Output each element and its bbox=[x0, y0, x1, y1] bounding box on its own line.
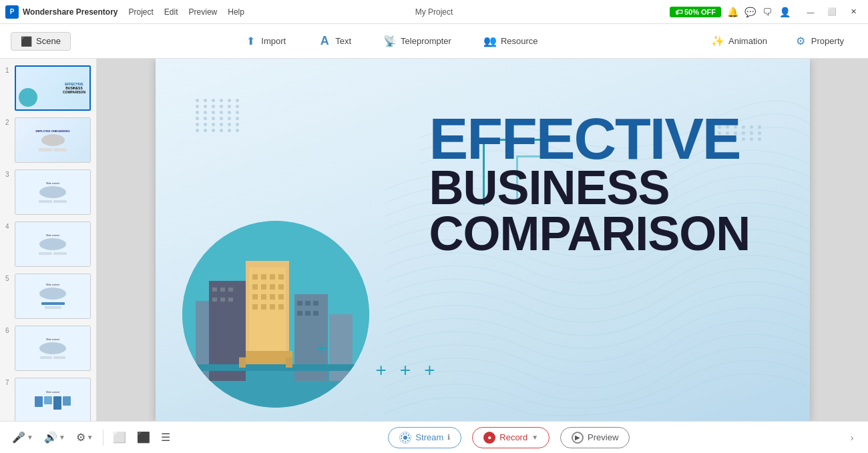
slide-thumb-4[interactable]: Slide content bbox=[15, 221, 91, 267]
canvas-area[interactable]: + + + + EFFECTIVE BUSINESS COMPARISON bbox=[97, 59, 868, 421]
slide-item[interactable]: 7 Slide content bbox=[4, 376, 92, 421]
top-bar-left: P Wondershare Presentory Project Edit Pr… bbox=[5, 5, 244, 19]
slide-thumb-2[interactable]: EMPLOYEE ONBOARDING bbox=[15, 117, 91, 163]
scene-button[interactable]: ⬛ Scene bbox=[11, 32, 71, 51]
city-illustration bbox=[182, 221, 369, 408]
bottom-left-tools: 🎤 ▼ 🔊 ▼ ⚙ ▼ ⬜ ⬛ ☰ bbox=[8, 428, 174, 446]
svg-rect-8 bbox=[270, 274, 275, 280]
teleprompter-tool[interactable]: 📡 Teleprompter bbox=[367, 31, 467, 52]
settings-tool[interactable]: ⚙ ▼ bbox=[72, 428, 97, 446]
scene-label: Scene bbox=[36, 36, 61, 46]
speaker-tool[interactable]: 🔊 ▼ bbox=[40, 428, 69, 446]
svg-rect-24 bbox=[212, 288, 217, 292]
svg-rect-16 bbox=[270, 294, 275, 300]
bottom-right-nav: › bbox=[844, 430, 860, 446]
record-dropdown-arrow[interactable]: ▼ bbox=[531, 434, 538, 441]
app-name: Wondershare Presentory bbox=[23, 7, 118, 17]
import-label: Import bbox=[261, 36, 286, 46]
menu-preview[interactable]: Preview bbox=[189, 7, 218, 17]
project-title: My Project bbox=[415, 7, 453, 17]
slide-comparison-text: COMPARISON bbox=[429, 211, 777, 256]
slide-canvas[interactable]: + + + + EFFECTIVE BUSINESS COMPARISON bbox=[156, 59, 810, 421]
plus-sign-1: + bbox=[376, 360, 387, 381]
slide-number-5: 5 bbox=[5, 274, 12, 282]
stream-button[interactable]: Stream ℹ bbox=[388, 427, 461, 448]
logo-letter: P bbox=[10, 8, 15, 15]
import-tool[interactable]: ⬆ Import bbox=[228, 31, 302, 52]
teleprompter-icon: 📡 bbox=[383, 35, 397, 48]
slide-thumb-1[interactable]: EFFECTIVE BUSINESS COMPARISON bbox=[15, 65, 91, 111]
property-tool[interactable]: ⚙ Property bbox=[781, 31, 857, 52]
bottom-separator-1 bbox=[103, 430, 103, 446]
slide-panel[interactable]: 1 EFFECTIVE BUSINESS COMPARISON 2 bbox=[0, 59, 97, 421]
svg-rect-38 bbox=[182, 364, 369, 371]
svg-rect-19 bbox=[261, 304, 266, 310]
notification-icon[interactable]: 🔔 bbox=[726, 6, 738, 18]
text-tool[interactable]: A Text bbox=[302, 31, 367, 52]
settings-icon: ⚙ bbox=[76, 431, 85, 444]
plus-sign-3: + bbox=[424, 360, 435, 381]
menu-project[interactable]: Project bbox=[129, 7, 154, 17]
slide-thumb-3[interactable]: Slide content bbox=[15, 169, 91, 215]
slide-thumb-5[interactable]: Slide content bbox=[15, 274, 91, 319]
slide-item[interactable]: 6 Slide content bbox=[4, 324, 92, 372]
settings-arrow: ▼ bbox=[87, 434, 93, 441]
slide-thumb-inner-1: EFFECTIVE BUSINESS COMPARISON bbox=[16, 67, 89, 109]
svg-rect-29 bbox=[228, 298, 233, 302]
close-button[interactable]: ✕ bbox=[844, 5, 863, 19]
text-icon: A bbox=[318, 35, 331, 48]
menu-help[interactable]: Help bbox=[228, 7, 244, 17]
layout-tool-3[interactable]: ☰ bbox=[157, 428, 174, 446]
message-icon[interactable]: 💬 bbox=[744, 6, 756, 18]
mic-tool[interactable]: 🎤 ▼ bbox=[8, 428, 37, 446]
menu-edit[interactable]: Edit bbox=[164, 7, 178, 17]
slide-number-7: 7 bbox=[5, 378, 12, 386]
layout-icon-3: ☰ bbox=[161, 431, 170, 444]
record-icon: ● bbox=[483, 432, 495, 444]
svg-rect-15 bbox=[261, 294, 266, 300]
resource-tool[interactable]: 👥 Resource bbox=[467, 31, 554, 52]
animation-tool[interactable]: ✨ Animation bbox=[698, 31, 781, 52]
record-button[interactable]: ● Record ▼ bbox=[472, 427, 550, 448]
svg-rect-36 bbox=[313, 311, 318, 316]
maximize-button[interactable]: ⬜ bbox=[823, 5, 841, 19]
nav-right-arrow[interactable]: › bbox=[844, 430, 860, 446]
svg-rect-35 bbox=[305, 311, 310, 316]
resource-label: Resource bbox=[501, 36, 538, 46]
slide-item[interactable]: 3 Slide content bbox=[4, 168, 92, 216]
mic-arrow: ▼ bbox=[27, 434, 33, 441]
layout-icon-1: ⬜ bbox=[113, 431, 126, 444]
svg-rect-25 bbox=[220, 288, 225, 292]
slide-item[interactable]: 5 Slide content bbox=[4, 272, 92, 320]
preview-button[interactable]: ▶ Preview bbox=[560, 427, 630, 448]
resource-icon: 👥 bbox=[483, 35, 497, 48]
svg-rect-10 bbox=[252, 284, 258, 290]
text-label: Text bbox=[335, 36, 351, 46]
top-menu-bar: P Wondershare Presentory Project Edit Pr… bbox=[0, 0, 868, 24]
slide-thumb-7[interactable]: Slide content bbox=[15, 378, 91, 421]
slide-item[interactable]: 2 EMPLOYEE ONBOARDING bbox=[4, 116, 92, 164]
svg-rect-13 bbox=[278, 284, 284, 290]
svg-rect-7 bbox=[261, 274, 266, 280]
toolbar-tools: ⬆ Import A Text 📡 Teleprompter 👥 Resourc… bbox=[84, 31, 698, 52]
svg-rect-21 bbox=[278, 304, 284, 310]
svg-rect-12 bbox=[270, 284, 275, 290]
account-icon[interactable]: 👤 bbox=[779, 6, 791, 18]
plus-sign-2: + bbox=[400, 360, 411, 381]
svg-rect-33 bbox=[313, 301, 318, 306]
slide-thumb-inner-5: Slide content bbox=[15, 274, 90, 318]
svg-rect-27 bbox=[212, 298, 217, 302]
svg-rect-9 bbox=[278, 274, 284, 280]
chat-icon[interactable]: 🗨 bbox=[761, 6, 773, 18]
stream-label: Stream bbox=[415, 432, 443, 442]
layout-tool-2[interactable]: ⬛ bbox=[133, 428, 154, 446]
promo-badge[interactable]: 🏷 50% OFF bbox=[670, 7, 721, 17]
slide-item[interactable]: 4 Slide content bbox=[4, 220, 92, 268]
minimize-button[interactable]: — bbox=[801, 5, 820, 19]
slide-thumb-6[interactable]: Slide content bbox=[15, 326, 91, 371]
slide-thumb-inner-6: Slide content bbox=[15, 326, 90, 370]
slide-item[interactable]: 1 EFFECTIVE BUSINESS COMPARISON bbox=[4, 64, 92, 112]
top-bar-right: 🏷 50% OFF 🔔 💬 🗨 👤 — ⬜ ✕ bbox=[670, 5, 863, 19]
stream-info-icon: ℹ bbox=[447, 433, 450, 442]
layout-tool-1[interactable]: ⬜ bbox=[109, 428, 130, 446]
